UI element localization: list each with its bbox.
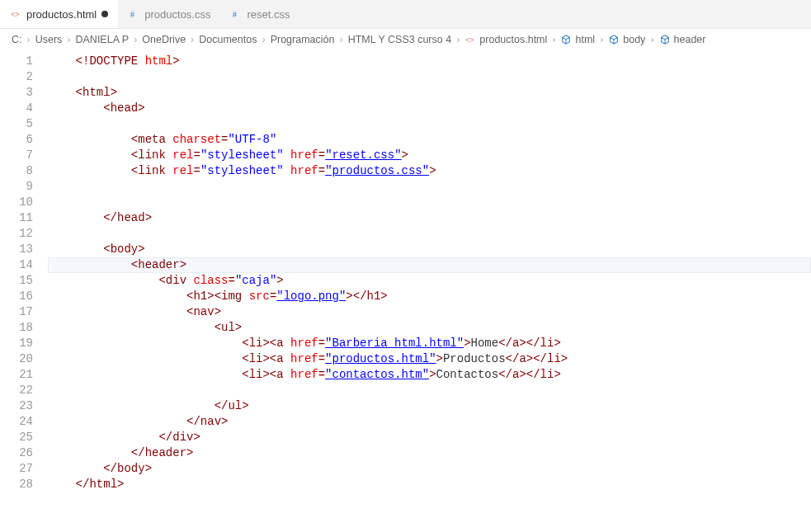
breadcrumb: C:›Users›DANIELA P›OneDrive›Documentos›P… — [0, 29, 811, 50]
line-number: 25 — [0, 430, 33, 445]
symbol-icon — [560, 34, 572, 45]
svg-text:#: # — [233, 10, 238, 19]
chevron-right-icon: › — [67, 34, 70, 45]
code-line[interactable]: <body> — [48, 242, 811, 257]
code-line[interactable]: <li><a href="Barberia_html.html">Home</a… — [48, 336, 811, 351]
code-line[interactable]: <div class="caja"> — [48, 273, 811, 289]
chevron-right-icon: › — [262, 34, 265, 45]
breadcrumb-segment[interactable]: Users — [35, 34, 63, 45]
css-file-icon: # — [230, 8, 242, 20]
modified-dot-icon[interactable] — [101, 11, 108, 17]
code-line[interactable]: <html> — [48, 85, 811, 101]
code-line[interactable]: <!DOCTYPE html> — [48, 54, 811, 69]
code-line[interactable]: </div> — [48, 430, 811, 445]
chevron-right-icon: › — [456, 34, 460, 45]
tab-label: productos.html — [26, 8, 97, 21]
chevron-right-icon: › — [600, 34, 603, 45]
breadcrumb-segment[interactable]: Programación — [271, 34, 335, 45]
line-number: 3 — [0, 85, 33, 101]
line-number: 4 — [0, 101, 33, 116]
line-number: 12 — [0, 226, 33, 242]
code-line[interactable]: </nav> — [48, 414, 811, 430]
code-line[interactable]: <li><a href="contactos.htm">Contactos</a… — [48, 367, 811, 383]
breadcrumb-segment[interactable]: DANIELA P — [76, 34, 130, 45]
line-number: 14 — [0, 257, 33, 273]
breadcrumb-symbol[interactable]: html — [560, 34, 595, 45]
line-number: 24 — [0, 414, 33, 430]
line-number: 22 — [0, 383, 33, 398]
code-line[interactable] — [48, 195, 811, 210]
code-line[interactable]: <head> — [48, 101, 811, 116]
line-number: 11 — [0, 210, 33, 226]
line-number: 23 — [0, 398, 33, 414]
code-line[interactable]: </body> — [48, 461, 811, 477]
line-number: 10 — [0, 195, 33, 210]
tab-label: productos.css — [144, 8, 210, 21]
code-line[interactable] — [48, 383, 811, 398]
chevron-right-icon: › — [650, 34, 653, 45]
css-file-icon: # — [128, 8, 139, 20]
html-file-icon: <> — [10, 8, 21, 20]
code-line[interactable] — [48, 69, 811, 85]
code-line[interactable] — [48, 179, 811, 195]
code-editor[interactable]: 1234567891011121314151617181920212223242… — [0, 50, 811, 492]
code-line[interactable]: <h1><img src="logo.png"></h1> — [48, 289, 811, 304]
chevron-right-icon: › — [134, 34, 137, 45]
line-number: 19 — [0, 336, 33, 351]
code-content[interactable]: <!DOCTYPE html> <html> <head> <meta char… — [48, 50, 811, 492]
line-number: 17 — [0, 304, 33, 320]
line-number: 18 — [0, 320, 33, 336]
chevron-right-icon: › — [191, 34, 194, 45]
code-line[interactable]: </html> — [48, 477, 811, 492]
line-number: 26 — [0, 445, 33, 461]
svg-text:<>: <> — [465, 35, 474, 45]
code-line[interactable]: </head> — [48, 210, 811, 226]
code-line[interactable]: <meta charset="UTF-8" — [48, 132, 811, 148]
svg-text:<>: <> — [11, 10, 20, 19]
line-number: 16 — [0, 289, 33, 304]
tab-bar: <>productos.html#productos.css#reset.css — [0, 0, 811, 29]
line-number: 20 — [0, 351, 33, 367]
code-line[interactable]: <link rel="stylesheet" href="productos.c… — [48, 163, 811, 179]
code-line[interactable]: <ul> — [48, 320, 811, 336]
code-line[interactable]: <li><a href="productos.html">Productos</… — [48, 351, 811, 367]
line-number: 27 — [0, 461, 33, 477]
tab-productos-css[interactable]: #productos.css — [118, 0, 220, 28]
tab-productos-html[interactable]: <>productos.html — [0, 0, 118, 28]
code-line[interactable] — [48, 116, 811, 132]
breadcrumb-segment[interactable]: OneDrive — [142, 34, 186, 45]
line-number: 8 — [0, 163, 33, 179]
symbol-icon — [659, 34, 671, 45]
tab-label: reset.css — [247, 8, 290, 21]
line-number: 15 — [0, 273, 33, 289]
line-number: 9 — [0, 179, 33, 195]
html-file-icon: <> — [464, 34, 476, 45]
line-number: 5 — [0, 116, 33, 132]
line-number: 28 — [0, 477, 33, 492]
breadcrumb-segment[interactable]: HTML Y CSS3 curso 4 — [348, 34, 452, 45]
symbol-icon — [608, 34, 620, 45]
line-number: 21 — [0, 367, 33, 383]
code-line[interactable] — [48, 226, 811, 242]
line-number-gutter: 1234567891011121314151617181920212223242… — [0, 50, 48, 492]
code-line[interactable]: <link rel="stylesheet" href="reset.css"> — [48, 148, 811, 163]
breadcrumb-symbol[interactable]: body — [608, 34, 645, 45]
chevron-right-icon: › — [339, 34, 342, 45]
line-number: 2 — [0, 69, 33, 85]
line-number: 13 — [0, 242, 33, 257]
code-line[interactable]: <nav> — [48, 304, 811, 320]
breadcrumb-segment[interactable]: C: — [12, 34, 22, 45]
svg-text:#: # — [130, 10, 135, 19]
breadcrumb-segment[interactable]: Documentos — [199, 34, 257, 45]
code-line[interactable]: </header> — [48, 445, 811, 461]
breadcrumb-file[interactable]: <>productos.html — [464, 34, 547, 45]
line-number: 1 — [0, 54, 33, 69]
tab-reset-css[interactable]: #reset.css — [220, 0, 299, 28]
code-line[interactable]: </ul> — [48, 398, 811, 414]
line-number: 6 — [0, 132, 33, 148]
chevron-right-icon: › — [27, 34, 31, 45]
code-line[interactable]: <header> — [48, 257, 811, 273]
chevron-right-icon: › — [552, 34, 555, 45]
breadcrumb-symbol[interactable]: header — [659, 34, 706, 45]
line-number: 7 — [0, 148, 33, 163]
